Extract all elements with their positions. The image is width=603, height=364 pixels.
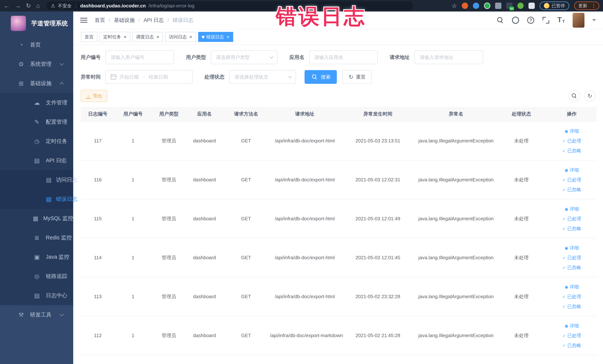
user-menu-caret-icon[interactable] [592,19,596,21]
close-tab-icon[interactable] [156,35,159,39]
tab-access-log[interactable]: 访问日志 [165,32,196,42]
ext-green-check-icon[interactable] [484,3,490,9]
check-icon [562,304,566,309]
process-status-select[interactable]: 请选择处理状态 [229,70,296,84]
home-button-icon[interactable]: ⌂ [36,0,40,12]
user-avatar[interactable] [573,13,584,28]
mark-processed-link[interactable]: 已处理 [562,177,581,183]
main: 首页 基础设施 API 日志 错误日志 [73,12,603,364]
tab-schedule-log[interactable]: 调度日志 [132,32,163,42]
mark-processed-link[interactable]: 已处理 [562,255,581,261]
sidebar-item-error-log[interactable]: 错误日志 [0,189,73,209]
chevron-icon [60,61,64,66]
export-button[interactable]: 导出 [81,90,107,102]
breadcrumb-item[interactable]: 首页 [95,17,105,24]
detail-link[interactable]: 详细 [565,284,579,290]
ext-shield-icon[interactable] [473,3,479,9]
font-size-icon[interactable] [557,16,565,24]
reset-button[interactable]: 重置 [342,70,372,84]
back-icon[interactable]: ← [4,0,10,12]
sidebar-item-mysql-monitor[interactable]: MySQL 监控 [0,209,73,228]
ext-grid-icon[interactable] [495,3,501,9]
app-logo[interactable]: 芋道管理系统 [0,12,73,35]
bookmark-star-icon[interactable]: ☆ [452,2,457,9]
detail-link[interactable]: 详细 [565,206,579,212]
detail-link[interactable]: 详细 [565,245,579,251]
help-icon[interactable] [527,16,534,24]
check-icon [562,138,566,143]
browser-menu-icon[interactable]: ⋮ [590,3,596,9]
ext-on-badge-icon[interactable]: on [506,3,512,9]
ext-orange-icon[interactable] [462,3,468,9]
sidebar-item-home[interactable]: 首页 [0,35,73,55]
extensions-puzzle-icon[interactable] [529,3,535,9]
fullscreen-icon[interactable] [542,16,550,24]
paused-badge[interactable]: 已暂停 [540,1,569,10]
mark-ignored-link[interactable]: 已忽略 [562,264,581,270]
cell-log-id: 113 [81,277,115,316]
search-toggle-button[interactable] [568,90,580,102]
search-button[interactable]: 搜索 [304,70,337,84]
refresh-button[interactable] [584,90,596,102]
app-name-input[interactable] [309,50,378,64]
tab-scheduled-jobs[interactable]: 定时任务 [100,32,130,42]
github-icon[interactable] [512,16,519,24]
sidebar-item-api-log[interactable]: API 日志 [0,151,73,170]
ext-leaf-icon[interactable] [517,3,524,9]
mark-ignored-link[interactable]: 已忽略 [562,342,581,348]
mark-processed-link[interactable]: 已处理 [562,138,581,144]
sidebar-item-trace[interactable]: 链路追踪 [0,267,73,286]
mark-ignored-link[interactable]: 已忽略 [562,148,581,154]
tab-label: 访问日志 [169,34,187,40]
sidebar-item-config-manage[interactable]: 配置管理 [0,112,73,132]
exception-time-range-picker[interactable]: 开始日期 - 结束日期 [105,70,193,84]
cell-exception-time: 2021-05-03 12:01:45 [340,238,416,277]
breadcrumb-item[interactable]: 基础设施 [105,17,135,24]
close-tab-icon[interactable] [188,35,192,39]
close-tab-icon[interactable] [123,35,127,39]
reload-icon[interactable]: ↻ [26,0,31,12]
mark-processed-link[interactable]: 已处理 [562,332,581,339]
mark-ignored-link[interactable]: 已忽略 [562,225,581,232]
mark-ignored-link[interactable]: 已忽略 [562,187,581,193]
cell-log-id: 117 [81,121,115,160]
sidebar-item-file-manage[interactable]: 文件管理 [0,93,73,112]
sidebar-item-java-monitor[interactable]: Java 监控 [0,247,73,267]
detail-link[interactable]: 详细 [565,128,579,134]
collapse-sidebar-icon[interactable] [80,17,87,23]
breadcrumb-item[interactable]: API 日志 [135,17,164,24]
tab-home[interactable]: 首页 [81,32,97,42]
mark-processed-link[interactable]: 已处理 [562,294,581,300]
mark-ignored-link[interactable]: 已忽略 [562,303,581,309]
mark-processed-link[interactable]: 已处理 [562,216,581,222]
close-tab-icon[interactable] [226,35,230,39]
cell-request-url: /api/infra/db-doc/export-html [270,121,340,160]
sidebar-item-devtools[interactable]: 研发工具 [0,305,73,325]
log-center-icon [33,292,41,299]
sidebar-item-label: 基础设施 [30,80,52,87]
column-header: 处理状态 [496,107,547,121]
user-id-input[interactable] [105,50,174,64]
cell-exception-name: java.lang.IllegalArgumentException [416,199,496,238]
sidebar-item-infra[interactable]: 基础设施 [0,74,73,93]
sidebar-item-access-log[interactable]: 访问日志 [0,170,73,189]
detail-link[interactable]: 详细 [565,323,579,329]
detail-link[interactable]: 详细 [565,167,579,173]
sidebar-item-label: 定时任务 [46,138,67,145]
sidebar-item-scheduled-jobs[interactable]: 定时任务 [0,132,73,151]
user-type-select[interactable]: 请选择用户类型 [211,50,278,64]
request-url-input[interactable] [415,50,483,64]
sidebar-item-label: Java 监控 [46,253,69,261]
update-button[interactable]: 更新 ⋮ [574,1,599,10]
sidebar-item-log-center[interactable]: 日志中心 [0,286,73,305]
cell-exception-name: java.lang.IllegalArgumentException [416,277,496,316]
tab-error-log[interactable]: 错误日志 [198,32,233,42]
forward-icon[interactable]: → [15,0,21,12]
sidebar-item-label: MySQL 监控 [43,215,73,222]
search-icon[interactable] [497,16,504,24]
sidebar-item-system[interactable]: 系统管理 [0,55,73,74]
sidebar-item-redis-monitor[interactable]: Redis 监控 [0,228,73,247]
sidebar-item-label: 日志中心 [46,292,67,299]
breadcrumb-item[interactable]: 错误日志 [164,17,193,24]
row-actions: 详细 已处理 已忽略 [547,284,597,309]
